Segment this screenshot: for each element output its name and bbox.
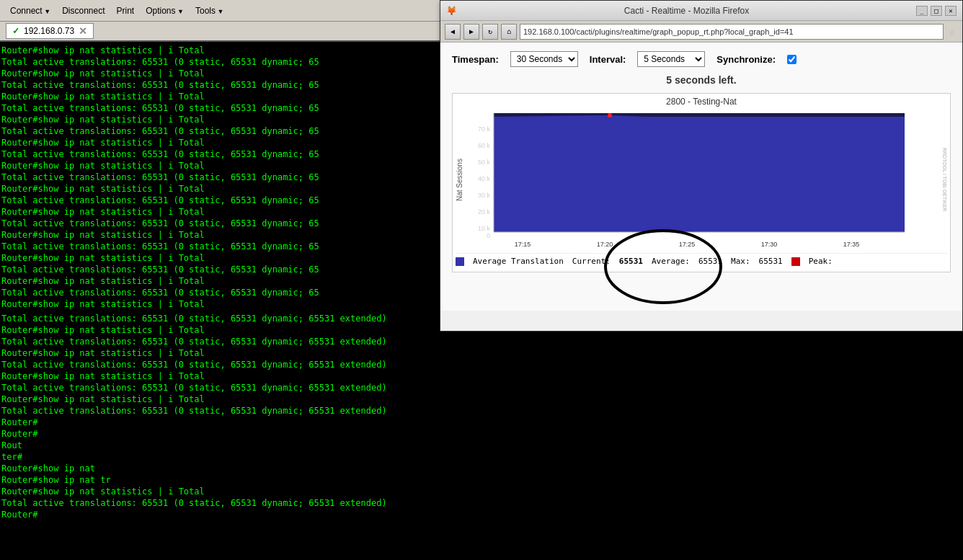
legend-peak-label: Peak: (809, 257, 833, 266)
terminal-line: Router#show ip nat statistics | i Total (1, 91, 438, 102)
svg-text:10 k: 10 k (478, 225, 491, 232)
svg-point-10 (608, 113, 612, 117)
graph-svg: 70 k 60 k 50 k 40 k 30 k 20 k 10 k 0 17:… (465, 110, 912, 250)
controls-row: Timespan: 30 Seconds 1 Minute 5 Minutes … (452, 51, 951, 67)
terminal-bottom-left: Total active translations: 65531 (0 stat… (0, 310, 440, 560)
graph-main: 70 k 60 k 50 k 40 k 30 k 20 k 10 k 0 17:… (465, 110, 939, 250)
terminal-line: Router#show ip nat statistics | i Total (1, 298, 438, 310)
terminal-address-bar: ✓ 192.168.0.73 ✕ (0, 22, 440, 42)
maximize-button[interactable]: □ (931, 6, 942, 16)
terminal-line: Router#show ip nat statistics | i Total (1, 114, 438, 125)
menu-tools[interactable]: Tools (191, 4, 228, 17)
terminal-line: Router#show ip nat statistics | i Total (1, 275, 438, 287)
ip-address: 192.168.0.73 (24, 26, 74, 36)
menu-options[interactable]: Options (141, 4, 188, 17)
svg-text:0: 0 (487, 232, 490, 239)
terminal-line: Rout (1, 440, 438, 451)
terminal-line: Total active translations: 65531 (0 stat… (1, 287, 438, 298)
terminal-line: Router# (1, 509, 438, 520)
back-button[interactable]: ◀ (445, 24, 461, 40)
terminal-line: Router#show ip nat statistics | i Total (1, 370, 438, 382)
terminal-line: Router#show ip nat statistics | i Total (1, 324, 438, 336)
terminal-line: Router#show ip nat statistics | i Total (1, 160, 438, 172)
terminal-line: Total active translations: 65531 (0 stat… (1, 497, 438, 509)
terminal-line: Total active translations: 65531 (0 stat… (1, 241, 438, 252)
svg-text:17:35: 17:35 (843, 241, 860, 248)
terminal-line: Total active translations: 65531 (0 stat… (1, 218, 438, 229)
bookmark-icon[interactable]: ☆ (946, 26, 958, 37)
svg-text:17:15: 17:15 (515, 241, 531, 248)
legend-max-value: 65531 (759, 257, 783, 266)
terminal-line: Router#show ip nat tr (1, 474, 438, 486)
terminal-line: Router# (1, 417, 438, 428)
ip-badge[interactable]: ✓ 192.168.0.73 ✕ (6, 23, 94, 39)
legend-current-value: 65531 (619, 257, 643, 266)
legend-peak-color (791, 257, 800, 266)
terminal-line: Router#show ip nat statistics | i Total (1, 347, 438, 359)
terminal-line: Router#show ip nat (1, 463, 438, 474)
svg-text:17:20: 17:20 (597, 241, 613, 248)
graph-title: 2800 - Testing-Nat (456, 97, 947, 107)
svg-text:40 k: 40 k (478, 175, 491, 182)
check-icon: ✓ (12, 26, 19, 36)
forward-button[interactable]: ▶ (463, 24, 479, 40)
address-bar[interactable] (520, 24, 944, 40)
browser-title: Cacti - Realtime - Mozilla Firefox (463, 6, 910, 16)
terminal-line: Router#show ip nat statistics | i Total (1, 45, 438, 56)
graph-legend: Average Translation Current: 65531 Avera… (456, 253, 947, 269)
svg-text:60 k: 60 k (478, 142, 491, 149)
menu-connect[interactable]: Connect (6, 4, 55, 17)
terminal-line: Router#show ip nat statistics | i Total (1, 252, 438, 264)
close-button[interactable]: ✕ (945, 6, 957, 16)
browser-titlebar: 🦊 Cacti - Realtime - Mozilla Firefox _ □… (440, 1, 962, 21)
close-icon[interactable]: ✕ (79, 25, 87, 37)
terminal-line: Total active translations: 65531 (0 stat… (1, 172, 438, 183)
terminal-line: Router#show ip nat statistics | i Total (1, 394, 438, 405)
terminal-line: Total active translations: 65531 (0 stat… (1, 336, 438, 347)
svg-text:50 k: 50 k (478, 159, 491, 166)
terminal-line: Total active translations: 65531 (0 stat… (1, 56, 438, 68)
svg-text:20 k: 20 k (478, 208, 491, 215)
terminal-line: Total active translations: 65531 (0 stat… (1, 79, 438, 91)
terminal-line: Total active translations: 65531 (0 stat… (1, 313, 438, 324)
terminal-line: Router#show ip nat statistics | i Total (1, 206, 438, 218)
legend-current-label: Current: (572, 257, 611, 266)
synchronize-checkbox[interactable] (787, 55, 796, 64)
svg-text:30 k: 30 k (478, 192, 491, 199)
timespan-label: Timespan: (452, 54, 499, 65)
terminal-line: Router#show ip nat statistics | i Total (1, 229, 438, 241)
menu-print[interactable]: Print (112, 4, 139, 17)
terminal-line: Router#show ip nat statistics | i Total (1, 486, 438, 497)
home-button[interactable]: ⌂ (501, 24, 517, 40)
svg-text:17:30: 17:30 (761, 241, 778, 248)
terminal-line: Router#show ip nat statistics | i Total (1, 137, 438, 148)
svg-marker-9 (494, 115, 905, 232)
browser-toolbar: ◀ ▶ ↻ ⌂ ☆ (440, 21, 962, 43)
countdown-text: 5 seconds left. (452, 74, 951, 86)
right-label: RRDTOOL / TOBI OETIKER (941, 110, 947, 250)
browser-window: 🦊 Cacti - Realtime - Mozilla Firefox _ □… (440, 0, 963, 332)
svg-text:17:25: 17:25 (679, 241, 696, 248)
menu-disconnect[interactable]: Disconnect (58, 4, 109, 17)
legend-average-label: Average: (652, 257, 690, 266)
interval-select[interactable]: 5 Seconds 10 Seconds 30 Seconds (637, 51, 705, 67)
legend-max-label: Max: (731, 257, 750, 266)
terminal-line: Total active translations: 65531 (0 stat… (1, 195, 438, 206)
terminal-line: Total active translations: 65531 (0 stat… (1, 405, 438, 417)
terminal-toolbar: Connect Disconnect Print Options Tools (0, 0, 440, 22)
legend-label: Average Translation (473, 257, 564, 266)
window-controls: _ □ ✕ (916, 6, 957, 16)
svg-text:70 k: 70 k (478, 125, 491, 133)
legend-color-box (456, 257, 464, 266)
minimize-button[interactable]: _ (916, 6, 928, 16)
terminal-line: Total active translations: 65531 (0 stat… (1, 102, 438, 114)
graph-area: Nat Sessions (456, 110, 947, 250)
terminal-line: Total active translations: 65531 (0 stat… (1, 382, 438, 394)
terminal-line: Total active translations: 65531 (0 stat… (1, 148, 438, 160)
terminal-line: Total active translations: 65531 (0 stat… (1, 264, 438, 275)
synchronize-label: Synchronize: (716, 54, 776, 65)
terminal-line: ter# (1, 451, 438, 463)
timespan-select[interactable]: 30 Seconds 1 Minute 5 Minutes (510, 51, 578, 67)
terminal-line: Router#show ip nat statistics | i Total (1, 183, 438, 195)
reload-button[interactable]: ↻ (482, 24, 498, 40)
